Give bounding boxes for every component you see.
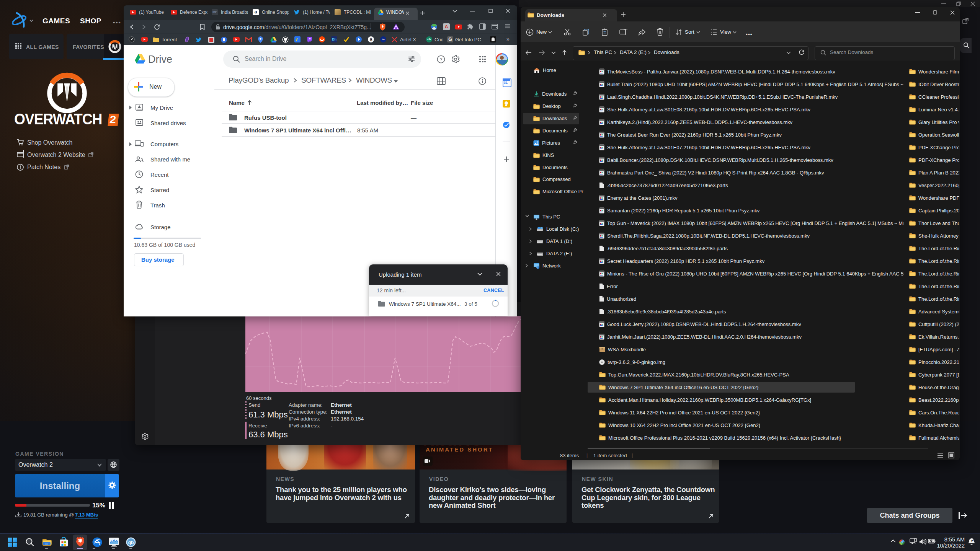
svg-text:z: z [973, 539, 974, 541]
svg-text:?: ? [440, 57, 443, 62]
svg-text:z: z [971, 539, 973, 543]
svg-text:qb: qb [128, 540, 134, 545]
